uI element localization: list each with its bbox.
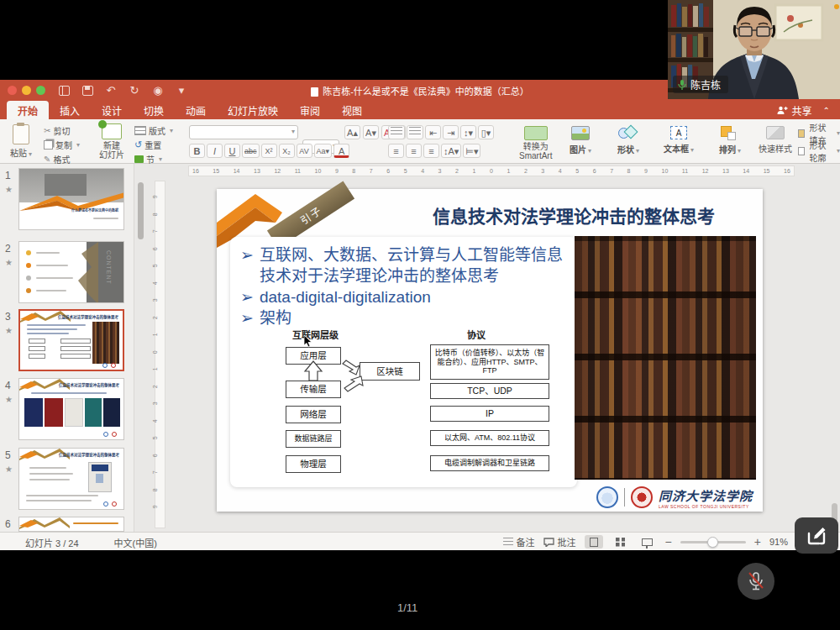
notes-icon — [503, 538, 513, 547]
line-spacing-button[interactable]: ↕▾ — [460, 125, 476, 139]
comments-button[interactable]: 批注 — [543, 535, 576, 549]
zoom-slider-knob[interactable] — [707, 537, 718, 548]
animation-star-icon: ★ — [5, 326, 13, 335]
diagram-arrows — [301, 353, 368, 403]
bullet-item: ➢data-digital-digitalization — [240, 286, 572, 307]
bullet-item: ➢互联网、大数据、云计算与人工智能等信息技术对于法学理论冲击的整体思考 — [240, 244, 572, 286]
animation-star-icon: ★ — [5, 395, 13, 404]
zoom-in-button[interactable]: + — [754, 535, 761, 549]
underline-button[interactable]: U — [224, 144, 240, 158]
participant-name-tag: 陈吉栋 — [673, 76, 728, 93]
paste-icon — [13, 124, 29, 144]
ribbon: 粘贴▾ ✂剪切 复制▾ ✎格式 新建幻灯片 版式▾ ↺重置 节▾ A▴ A▾ A — [0, 119, 840, 164]
align-center-button[interactable]: ≡ — [406, 144, 422, 158]
tab-slideshow[interactable]: 幻灯片放映 — [217, 101, 289, 119]
protocol-box-5: 电缆调制解调器和卫星链路 — [430, 455, 549, 471]
character-spacing-button[interactable]: AV — [297, 144, 312, 158]
shape-outline-icon — [798, 147, 805, 155]
increase-indent-button[interactable]: ⇥ — [443, 125, 459, 139]
new-slide-button[interactable]: 新建幻灯片 — [99, 123, 124, 160]
superscript-button[interactable]: X² — [261, 144, 277, 158]
layout-button[interactable]: 版式▾ — [134, 124, 173, 137]
shapes-button[interactable]: 形状▾ — [617, 126, 639, 155]
grow-font-button[interactable]: A▴ — [344, 125, 360, 139]
tab-animations[interactable]: 动画 — [175, 101, 217, 119]
notes-button[interactable]: 备注 — [503, 535, 535, 549]
textbox-icon: A — [670, 126, 687, 139]
zoom-out-button[interactable]: − — [665, 535, 672, 549]
slide-title[interactable]: 信息技术对法学理论冲击的整体思考 — [389, 202, 759, 228]
content-area: 1 ★ 什么是或者不是民法典中的数据 2 ★ CONTEN — [0, 164, 840, 532]
copy-button[interactable]: 复制▾ — [44, 139, 80, 151]
change-case-button[interactable]: Aa▾ — [314, 144, 333, 158]
animation-star-icon: ★ — [5, 258, 13, 267]
screen: ↶ ↻ ◉ ▾ 陈吉栋-什么是或不是《民法典》中的数据（汇总） 开始 插入 设计… — [0, 0, 840, 630]
protocol-box-2: TCP、UDP — [430, 383, 549, 399]
panel-scrollbar[interactable] — [138, 182, 144, 239]
shrink-font-button[interactable]: A▾ — [363, 125, 379, 139]
normal-view-button[interactable] — [585, 535, 603, 549]
tab-home[interactable]: 开始 — [7, 101, 49, 119]
university-seal-icon — [596, 486, 618, 508]
columns-button[interactable]: ▯▾ — [478, 125, 494, 139]
shape-outline-button[interactable]: 形状轮廓▾ — [798, 144, 840, 157]
powerpoint-window: ↶ ↻ ◉ ▾ 陈吉栋-什么是或不是《民法典》中的数据（汇总） 开始 插入 设计… — [0, 80, 840, 550]
diagram-right-header: 协议 — [467, 328, 486, 341]
annotation-tool-button[interactable] — [795, 517, 838, 554]
chevron-up-icon[interactable]: ⌃ — [823, 106, 830, 115]
language-indicator[interactable]: 中文(中国) — [114, 536, 157, 549]
bold-button[interactable]: B — [189, 144, 205, 158]
webcam-video[interactable]: 陈吉栋 — [668, 0, 840, 99]
slide-sorter-view-button[interactable] — [612, 535, 630, 549]
quick-styles-button[interactable]: 快速样式 — [759, 126, 792, 155]
slide-canvas[interactable]: 引子 信息技术对法学理论冲击的整体思考 ➢互联网、大数据、云计算与人工智能等信息… — [217, 189, 763, 512]
decrease-indent-button[interactable]: ⇤ — [425, 125, 441, 139]
horizontal-ruler[interactable]: 1615141312111098765432101234567891011121… — [188, 165, 795, 176]
microphone-muted-button[interactable] — [738, 563, 774, 600]
share-label: 共享 — [792, 103, 812, 118]
slide-number: 3 — [5, 311, 11, 323]
animation-star-icon: ★ — [5, 465, 13, 474]
text-direction-button[interactable]: ↕A▾ — [441, 144, 461, 158]
logo-text-cn: 同济大学法学院 — [659, 486, 753, 504]
textbox-button[interactable]: A 文本框▾ — [664, 126, 694, 155]
camera-indicator-dot — [834, 4, 839, 9]
slide-number: 6 — [5, 518, 11, 530]
bullets-button[interactable] — [388, 125, 405, 139]
bullet-item: ➢架构 — [240, 307, 572, 328]
tab-view[interactable]: 视图 — [331, 101, 373, 119]
layer-box-datalink: 数据链路层 — [286, 430, 341, 448]
share-button[interactable]: 共享 ⌃ — [777, 103, 830, 118]
align-right-button[interactable]: ≡ — [423, 144, 439, 158]
slide-counter: 幻灯片 3 / 24 — [25, 536, 79, 549]
numbering-button[interactable] — [407, 125, 423, 139]
tab-review[interactable]: 审阅 — [289, 101, 331, 119]
align-text-button[interactable]: ⊨▾ — [463, 144, 480, 158]
tab-design[interactable]: 设计 — [91, 101, 133, 119]
font-name-combobox[interactable] — [189, 125, 298, 139]
bookshelf-photo — [575, 236, 756, 480]
strikethrough-button[interactable]: abc — [242, 144, 260, 158]
subscript-button[interactable]: X₂ — [279, 144, 295, 158]
tab-insert[interactable]: 插入 — [49, 101, 91, 119]
zoom-slider[interactable] — [680, 541, 746, 543]
bullet-list[interactable]: ➢互联网、大数据、云计算与人工智能等信息技术对于法学理论冲击的整体思考 ➢dat… — [240, 244, 572, 328]
align-left-button[interactable]: ≡ — [388, 144, 404, 158]
convert-smartart-button[interactable]: 转换为SmartArt — [519, 126, 552, 160]
copy-icon — [44, 140, 53, 150]
microphone-on-icon — [677, 79, 687, 91]
font-color-button[interactable]: A — [333, 144, 349, 158]
cut-button[interactable]: ✂剪切 — [44, 124, 80, 137]
slide-number: 1 — [5, 170, 11, 181]
comment-icon — [543, 538, 554, 547]
slideshow-view-button[interactable] — [638, 535, 657, 549]
paste-button[interactable]: 粘贴▾ — [10, 124, 32, 159]
smartart-icon — [524, 126, 548, 140]
picture-button[interactable]: 图片▾ — [570, 126, 591, 155]
arrange-button[interactable]: 排列▾ — [719, 126, 741, 155]
tab-transitions[interactable]: 切换 — [133, 101, 175, 119]
slide-number: 4 — [5, 380, 11, 391]
reset-button[interactable]: ↺重置 — [134, 139, 173, 151]
vertical-ruler[interactable]: 9876543210123456789 — [155, 181, 165, 528]
italic-button[interactable]: I — [207, 144, 223, 158]
